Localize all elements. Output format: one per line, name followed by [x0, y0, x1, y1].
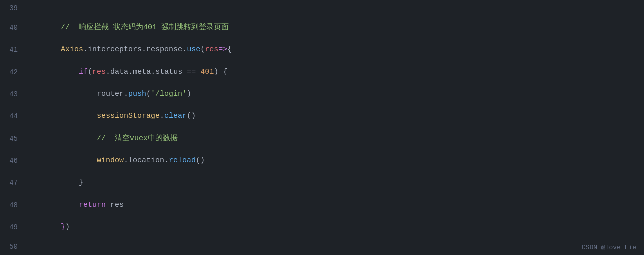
line-number-44: 44 — [0, 112, 26, 120]
line-number-40: 40 — [0, 24, 26, 32]
line-number-46: 46 — [0, 157, 26, 165]
line-number-48: 48 — [0, 201, 26, 209]
token: . — [164, 156, 169, 165]
token: reload — [169, 156, 196, 165]
line-number-42: 42 — [0, 68, 26, 76]
line-number-49: 49 — [0, 223, 26, 231]
token: location — [128, 156, 164, 165]
line-number-41: 41 — [0, 46, 26, 54]
line-number-43: 43 — [0, 90, 26, 98]
token: ) { — [214, 68, 227, 76]
watermark: CSDN @love_Lie — [582, 244, 636, 251]
token: res — [106, 201, 124, 209]
line-number-45: 45 — [0, 135, 26, 143]
code-line-49: 49 }) — [0, 216, 644, 238]
line-number-47: 47 — [0, 179, 26, 187]
code-line-50: 50 CSDN @love_Lie — [0, 238, 644, 255]
token: ) — [65, 223, 70, 231]
token: () — [187, 112, 196, 120]
token: { — [227, 45, 232, 54]
token: } — [61, 223, 65, 231]
token: 401 — [200, 68, 214, 76]
code-line-46: 46 window.location.reload() — [0, 150, 644, 172]
token: . — [124, 156, 128, 165]
token: window — [97, 156, 124, 165]
line-number-39: 39 — [0, 4, 26, 12]
code-editor: 39 40 // 响应拦截 状态码为401 强制跳转到登录页面 41 Axios… — [0, 0, 644, 255]
code-line-48: 48 return res — [0, 194, 644, 216]
token: return — [79, 201, 106, 209]
line-number-50: 50 — [0, 243, 26, 251]
token: () — [196, 156, 205, 165]
